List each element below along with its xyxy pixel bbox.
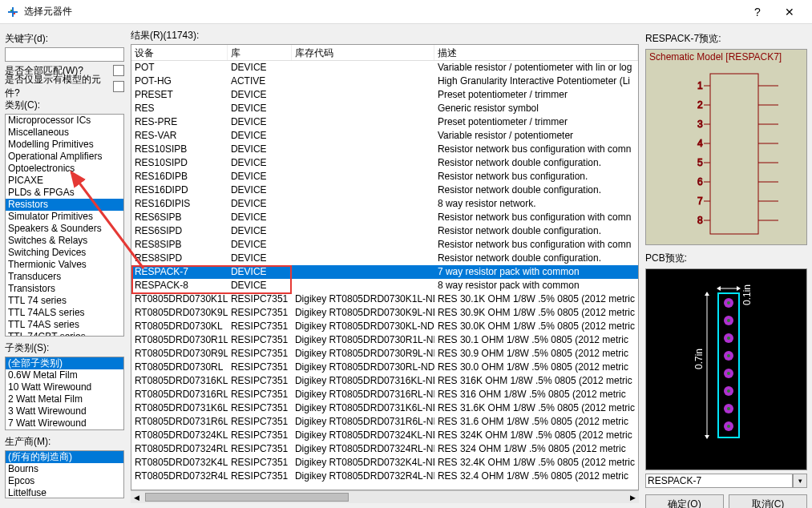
table-row[interactable]: RT0805DRD0732R4LRESIPC7351Digikey RT0805…: [131, 470, 638, 483]
close-button[interactable]: ✕: [774, 0, 806, 24]
table-row[interactable]: RT0805DRD0730R1LRESIPC7351Digikey RT0805…: [131, 333, 638, 347]
col-device[interactable]: 设备: [131, 45, 228, 60]
scroll-right-icon[interactable]: ▶: [626, 491, 639, 503]
chevron-down-icon[interactable]: ▾: [793, 474, 807, 488]
list-item[interactable]: TTL 74CBT series: [6, 331, 123, 337]
category-listbox[interactable]: Microprocessor ICsMiscellaneousModelling…: [5, 114, 124, 337]
cell-code: Digikey RT0805DRD0730RL-ND: [292, 361, 434, 374]
schematic-svg: 12345678: [646, 50, 806, 242]
list-item[interactable]: TTL 74AS series: [6, 319, 123, 331]
list-item[interactable]: Speakers & Sounders: [6, 223, 123, 235]
cell-library: DEVICE: [228, 265, 292, 279]
col-stock-code[interactable]: 库存代码: [292, 45, 434, 60]
cell-code: Digikey RT0805DRD0730K9L-ND: [292, 306, 434, 320]
col-library[interactable]: 库: [228, 45, 292, 60]
match-checkbox[interactable]: [113, 65, 124, 76]
list-item[interactable]: Modelling Primitives: [6, 139, 123, 151]
table-row[interactable]: RT0805DRD0730KLRESIPC7351Digikey RT0805D…: [131, 320, 638, 333]
cell-device: PRESET: [131, 88, 228, 102]
list-item[interactable]: Bourns: [6, 463, 123, 475]
list-item[interactable]: (全部子类别): [6, 357, 123, 369]
help-button[interactable]: ?: [741, 0, 774, 24]
table-row[interactable]: POTDEVICEVariable resistor / potentiomet…: [131, 61, 638, 75]
table-row[interactable]: RT0805DRD0731K6LRESIPC7351Digikey RT0805…: [131, 401, 638, 415]
table-row[interactable]: RES16DIPBDEVICEResistor network bus conf…: [131, 170, 638, 183]
svg-rect-2: [10, 10, 12, 11]
manufacturer-listbox[interactable]: (所有的制造商)BournsEpcosLittelfuse: [5, 450, 124, 498]
table-row[interactable]: RT0805DRD07316KLRESIPC7351Digikey RT0805…: [131, 374, 638, 388]
pin-label: 5: [697, 157, 703, 168]
table-row[interactable]: RES10SIPDDEVICEResistor network double c…: [131, 156, 638, 170]
list-item[interactable]: 7 Watt Wirewound: [6, 417, 123, 429]
footprint-combo-input[interactable]: [645, 474, 793, 488]
list-item[interactable]: Chip Resistor: [6, 429, 123, 430]
cell-device: RT0805DRD0730K1L: [131, 292, 228, 306]
table-row[interactable]: RESPACK-7DEVICE7 way resistor pack with …: [131, 265, 638, 279]
svg-point-26: [727, 354, 730, 357]
table-body[interactable]: POTDEVICEVariable resistor / potentiomet…: [131, 61, 638, 490]
list-item[interactable]: Miscellaneous: [6, 127, 123, 139]
results-label: 结果(R)(11743):: [131, 29, 639, 42]
list-item[interactable]: Transistors: [6, 283, 123, 295]
list-item[interactable]: Optoelectronics: [6, 163, 123, 175]
list-item[interactable]: Resistors: [6, 199, 123, 211]
list-item[interactable]: 3 Watt Wirewound: [6, 405, 123, 417]
table-row[interactable]: RT0805DRD07324RLRESIPC7351Digikey RT0805…: [131, 442, 638, 456]
table-row[interactable]: RES16DIPISDEVICE8 way resistor network.: [131, 197, 638, 211]
app-icon: [6, 6, 19, 18]
cell-device: RES: [131, 102, 228, 115]
list-item[interactable]: Operational Amplifiers: [6, 151, 123, 163]
list-item[interactable]: 0.6W Metal Film: [6, 369, 123, 381]
list-item[interactable]: 10 Watt Wirewound: [6, 381, 123, 393]
list-item[interactable]: Transducers: [6, 271, 123, 283]
list-item[interactable]: Thermionic Valves: [6, 259, 123, 271]
table-row[interactable]: RT0805DRD0731R6LRESIPC7351Digikey RT0805…: [131, 415, 638, 429]
table-row[interactable]: RES-VARDEVICEVariable resistor / potenti…: [131, 129, 638, 143]
list-item[interactable]: TTL 74ALS series: [6, 307, 123, 319]
cell-code: [292, 265, 434, 279]
subcategory-listbox[interactable]: (全部子类别)0.6W Metal Film10 Watt Wirewound2…: [5, 357, 124, 430]
list-item[interactable]: PLDs & FPGAs: [6, 187, 123, 199]
col-description[interactable]: 描述: [434, 45, 638, 60]
cell-device: RES16DIPB: [131, 170, 228, 183]
table-row[interactable]: RT0805DRD07316RLRESIPC7351Digikey RT0805…: [131, 388, 638, 401]
list-item[interactable]: Epcos: [6, 475, 123, 487]
table-row[interactable]: RES6SIPDDEVICEResistor network double co…: [131, 224, 638, 238]
cell-library: RESIPC7351: [228, 320, 292, 333]
table-row[interactable]: RT0805DRD0730K9LRESIPC7351Digikey RT0805…: [131, 306, 638, 320]
list-item[interactable]: TTL 74 series: [6, 295, 123, 307]
ok-button[interactable]: 确定(O): [645, 494, 724, 508]
table-row[interactable]: PRESETDEVICEPreset potentiometer / trimm…: [131, 88, 638, 102]
cancel-button[interactable]: 取消(C): [729, 494, 807, 508]
table-row[interactable]: RES-PREDEVICEPreset potentiometer / trim…: [131, 115, 638, 129]
list-item[interactable]: Switching Devices: [6, 247, 123, 259]
table-row[interactable]: RES10SIPBDEVICEResistor network bus conf…: [131, 143, 638, 156]
title-bar: 选择元器件 ? ✕: [0, 0, 812, 24]
keyword-input[interactable]: [5, 47, 124, 62]
table-row[interactable]: RES8SIPBDEVICEResistor network bus confi…: [131, 238, 638, 252]
list-item[interactable]: Littelfuse: [6, 487, 123, 498]
list-item[interactable]: Microprocessor ICs: [6, 115, 123, 127]
model-only-checkbox[interactable]: [113, 81, 124, 92]
horizontal-scrollbar[interactable]: ◀ ▶: [131, 490, 639, 503]
list-item[interactable]: (所有的制造商): [6, 451, 123, 463]
list-item[interactable]: Simulator Primitives: [6, 211, 123, 223]
table-row[interactable]: RESDEVICEGeneric resistor symbol: [131, 102, 638, 115]
table-row[interactable]: RT0805DRD0730RLRESIPC7351Digikey RT0805D…: [131, 361, 638, 374]
table-row[interactable]: RES8SIPDDEVICEResistor network double co…: [131, 252, 638, 265]
list-item[interactable]: Switches & Relays: [6, 235, 123, 247]
table-row[interactable]: RT0805DRD07324KLRESIPC7351Digikey RT0805…: [131, 429, 638, 442]
table-row[interactable]: RESPACK-8DEVICE8 way resistor pack with …: [131, 279, 638, 292]
table-row[interactable]: RES6SIPBDEVICEResistor network bus confi…: [131, 211, 638, 224]
footprint-combo[interactable]: ▾: [645, 474, 807, 488]
table-row[interactable]: RT0805DRD0730R9LRESIPC7351Digikey RT0805…: [131, 347, 638, 361]
cell-library: DEVICE: [228, 197, 292, 211]
scroll-left-icon[interactable]: ◀: [131, 491, 143, 503]
table-row[interactable]: POT-HGACTIVEHigh Granularity Interactive…: [131, 75, 638, 88]
table-row[interactable]: RES16DIPDDEVICEResistor network double c…: [131, 183, 638, 197]
scroll-thumb[interactable]: [145, 493, 349, 502]
list-item[interactable]: 2 Watt Metal Film: [6, 393, 123, 405]
table-row[interactable]: RT0805DRD0730K1LRESIPC7351Digikey RT0805…: [131, 292, 638, 306]
list-item[interactable]: PICAXE: [6, 175, 123, 187]
table-row[interactable]: RT0805DRD0732K4LRESIPC7351Digikey RT0805…: [131, 456, 638, 470]
